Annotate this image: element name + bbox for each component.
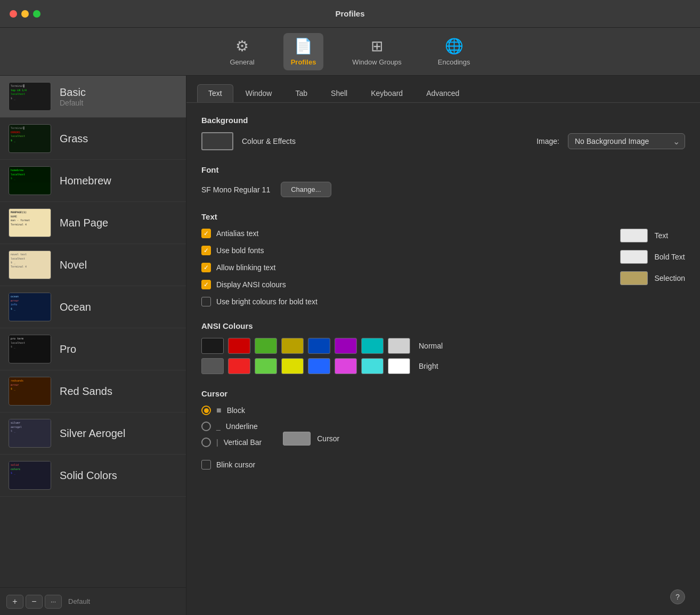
- content: Text Window Tab Shell Keyboard Advanced …: [186, 76, 700, 615]
- sidebar-item-silveraerogel[interactable]: silver aerogel $ _ Silver Aerogel: [0, 412, 186, 455]
- ansi-normal-0[interactable]: [201, 338, 224, 354]
- remove-profile-button[interactable]: −: [26, 595, 43, 609]
- encodings-icon: 🌐: [445, 37, 463, 55]
- ansi-bright-4[interactable]: [308, 358, 330, 374]
- sidebar-item-pro[interactable]: pro term localhost $ _ Pro: [0, 328, 186, 370]
- checkbox-antialias[interactable]: ✓ Antialias text: [201, 229, 599, 238]
- toolbar-item-profiles[interactable]: 📄 Profiles: [283, 33, 324, 70]
- cursor-section: Cursor ■ Block: [201, 389, 685, 470]
- toolbar-general-label: General: [230, 58, 254, 66]
- tab-window[interactable]: Window: [234, 84, 283, 102]
- checkbox-bold-fonts[interactable]: ✓ Use bold fonts: [201, 246, 599, 255]
- ansi-normal-2[interactable]: [255, 338, 277, 354]
- tab-tab[interactable]: Tab: [284, 84, 319, 102]
- profile-thumb-ocean: ocean error info $ _: [9, 293, 51, 321]
- cursor-section-title: Cursor: [201, 389, 685, 398]
- text-color-swatch[interactable]: [620, 229, 648, 242]
- sidebar-item-redsands[interactable]: redsands error $ _ Red Sands: [0, 370, 186, 412]
- tab-keyboard[interactable]: Keyboard: [360, 84, 414, 102]
- profile-name-solidcolors: Solid Colors: [60, 470, 117, 482]
- close-button[interactable]: [10, 10, 17, 18]
- checkbox-ansi-colours-label: Display ANSI colours: [216, 280, 286, 289]
- checkbox-antialias-label: Antialias text: [216, 229, 258, 238]
- sidebar: Terminal▌ top LN 1/4 localhost $ _ Basic…: [0, 76, 186, 615]
- background-section: Background Colour & Effects Image: No Ba…: [201, 116, 685, 150]
- checkbox-bold-fonts-box[interactable]: ✓: [201, 246, 211, 255]
- ansi-bright-6[interactable]: [361, 358, 384, 374]
- cursor-block-radio-inner: [204, 408, 209, 413]
- profile-info-ocean: Ocean: [60, 301, 91, 313]
- text-section-title: Text: [201, 212, 685, 221]
- ansi-normal-label: Normal: [419, 342, 443, 350]
- profile-info-pro: Pro: [60, 343, 76, 355]
- profile-info-silveraerogel: Silver Aerogel: [60, 427, 125, 440]
- profile-thumb-solidcolors: solid colors $ _: [9, 461, 51, 490]
- checkbox-ansi-colours[interactable]: ✓ Display ANSI colours: [201, 280, 599, 289]
- sidebar-item-novel[interactable]: novel text localhost $ _ Terminal 4 Nove…: [0, 244, 186, 286]
- change-font-button[interactable]: Change...: [281, 182, 331, 197]
- bold-text-color-swatch[interactable]: [620, 250, 648, 264]
- toolbar-item-window-groups[interactable]: ⊞ Window Groups: [345, 33, 409, 70]
- cursor-underline-radio[interactable]: [201, 422, 211, 431]
- ansi-normal-3[interactable]: [281, 338, 304, 354]
- content-wrapper: Text Window Tab Shell Keyboard Advanced …: [186, 76, 700, 615]
- ansi-bright-5[interactable]: [335, 358, 357, 374]
- ansi-bright-7[interactable]: [388, 358, 410, 374]
- more-profile-button[interactable]: ···: [45, 595, 62, 609]
- sidebar-item-ocean[interactable]: ocean error info $ _ Ocean: [0, 286, 186, 328]
- cursor-block-radio[interactable]: [201, 406, 211, 415]
- ansi-normal-4[interactable]: [308, 338, 330, 354]
- sidebar-item-basic[interactable]: Terminal▌ top LN 1/4 localhost $ _ Basic…: [0, 76, 186, 118]
- checkbox-blinking-box[interactable]: ✓: [201, 263, 211, 272]
- image-select[interactable]: No Background Image Custom...: [568, 133, 685, 149]
- checkbox-antialias-box[interactable]: ✓: [201, 229, 211, 238]
- checkbox-ansi-colours-box[interactable]: ✓: [201, 280, 211, 289]
- blink-cursor-row[interactable]: Blink cursor: [201, 460, 262, 470]
- window-groups-icon: ⊞: [371, 37, 383, 55]
- cursor-vertical-bar-row[interactable]: | Vertical Bar: [201, 438, 262, 447]
- tab-text[interactable]: Text: [197, 84, 233, 102]
- ansi-bright-0[interactable]: [201, 358, 224, 374]
- profile-name-basic: Basic: [60, 86, 86, 99]
- sidebar-item-solidcolors[interactable]: solid colors $ _ Solid Colors: [0, 455, 186, 497]
- cursor-options: ■ Block _ Underline | Vert: [201, 406, 685, 470]
- ansi-normal-6[interactable]: [361, 338, 384, 354]
- cursor-swatch-label: Cursor: [317, 434, 339, 443]
- window-title: Profiles: [335, 9, 364, 18]
- image-select-wrapper: No Background Image Custom...: [568, 133, 685, 149]
- text-color-row: Text: [620, 229, 685, 242]
- ansi-bright-3[interactable]: [281, 358, 304, 374]
- toolbar-encodings-label: Encodings: [438, 58, 470, 66]
- cursor-block-row[interactable]: ■ Block: [201, 406, 262, 415]
- ansi-section-title: ANSI Colours: [201, 321, 685, 330]
- cursor-underline-row[interactable]: _ Underline: [201, 422, 262, 431]
- background-colour-swatch[interactable]: [201, 132, 233, 150]
- ansi-bright-1[interactable]: [228, 358, 250, 374]
- minimize-button[interactable]: [21, 10, 29, 18]
- sidebar-item-grass[interactable]: Terminal▌ ERRORS localhost $ _ Grass: [0, 118, 186, 160]
- add-profile-button[interactable]: +: [6, 595, 23, 609]
- cursor-vertical-bar-radio[interactable]: [201, 438, 211, 447]
- tab-advanced[interactable]: Advanced: [415, 84, 470, 102]
- profile-info-homebrew: Homebrew: [60, 175, 111, 187]
- selection-color-swatch[interactable]: [620, 271, 648, 285]
- sidebar-item-homebrew[interactable]: homebrew localhost $ _ Homebrew: [0, 160, 186, 202]
- checkbox-bright-bold-box[interactable]: [201, 297, 211, 306]
- checkbox-bold-fonts-label: Use bold fonts: [216, 246, 264, 255]
- tab-shell[interactable]: Shell: [320, 84, 359, 102]
- checkbox-blinking[interactable]: ✓ Allow blinking text: [201, 263, 599, 272]
- profile-thumb-silveraerogel: silver aerogel $ _: [9, 419, 51, 448]
- blink-cursor-checkbox[interactable]: [201, 460, 211, 470]
- ansi-normal-1[interactable]: [228, 338, 250, 354]
- ansi-bright-2[interactable]: [255, 358, 277, 374]
- ansi-normal-7[interactable]: [388, 338, 410, 354]
- checkbox-bright-bold[interactable]: Use bright colours for bold text: [201, 297, 599, 306]
- sidebar-item-manpage[interactable]: MANPAGE(1) NAME man - format Terminal 4 …: [0, 202, 186, 244]
- cursor-color-swatch[interactable]: [283, 432, 311, 446]
- help-button[interactable]: ?: [670, 589, 685, 604]
- ansi-normal-5[interactable]: [335, 338, 357, 354]
- toolbar-item-encodings[interactable]: 🌐 Encodings: [430, 33, 478, 70]
- sidebar-footer: + − ··· Default: [0, 587, 186, 615]
- maximize-button[interactable]: [33, 10, 40, 18]
- toolbar-item-general[interactable]: ⚙ General: [222, 33, 262, 70]
